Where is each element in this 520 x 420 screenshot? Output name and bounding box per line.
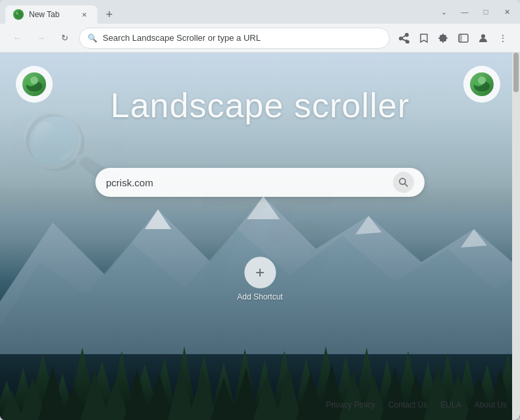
url-text: Search Landscape Scroller or type a URL — [103, 33, 381, 43]
extension-icon[interactable] — [434, 29, 453, 47]
about-us-link[interactable]: About Us — [475, 400, 507, 409]
share-icon[interactable] — [395, 29, 413, 47]
tab-area: New Tab ✕ + — [5, 0, 433, 24]
svg-point-2 — [16, 12, 18, 14]
active-tab[interactable]: New Tab ✕ — [5, 5, 97, 24]
tab-title: New Tab — [29, 10, 74, 19]
add-shortcut-button[interactable]: + Add Shortcut — [237, 257, 282, 302]
chevron-button[interactable]: ⌄ — [436, 4, 452, 20]
privacy-policy-link[interactable]: Privacy Policy — [326, 400, 375, 409]
close-button[interactable]: ✕ — [499, 4, 515, 20]
minimize-button[interactable]: — — [457, 4, 473, 20]
footer-links: Privacy Policy Contact Us EULA About Us — [326, 400, 507, 409]
search-submit-button[interactable] — [393, 172, 414, 193]
browser-window: New Tab ✕ + ⌄ — □ ✕ ← → ↻ 🔍 Search Lands… — [0, 0, 520, 420]
add-shortcut-label: Add Shortcut — [237, 292, 282, 302]
toolbar-icons: ⋮ — [395, 29, 512, 47]
add-shortcut-circle: + — [244, 257, 276, 288]
back-button[interactable]: ← — [8, 29, 26, 47]
scrollbar[interactable] — [512, 53, 520, 420]
search-input[interactable] — [106, 177, 388, 188]
tab-favicon — [13, 9, 24, 20]
page-title: Landscape scroller — [0, 86, 520, 125]
title-bar: New Tab ✕ + ⌄ — □ ✕ — [0, 0, 520, 24]
tab-close-button[interactable]: ✕ — [79, 9, 90, 20]
profile-icon[interactable] — [474, 29, 492, 47]
new-tab-button[interactable]: + — [100, 5, 118, 24]
page-content: 75 🔍 — [0, 53, 520, 420]
forward-button[interactable]: → — [32, 29, 50, 47]
search-container — [95, 168, 425, 197]
bookmark-icon[interactable] — [415, 29, 433, 47]
url-bar[interactable]: 🔍 Search Landscape Scroller or type a UR… — [79, 28, 390, 49]
search-icon: 🔍 — [88, 34, 97, 43]
scrollbar-thumb[interactable] — [513, 53, 519, 92]
svg-line-72 — [405, 184, 407, 186]
sidebar-toggle-icon[interactable] — [454, 29, 473, 47]
svg-point-5 — [481, 34, 485, 38]
reload-button[interactable]: ↻ — [55, 29, 74, 47]
more-options-icon[interactable]: ⋮ — [494, 29, 512, 47]
address-bar: ← → ↻ 🔍 Search Landscape Scroller or typ… — [0, 24, 520, 53]
maximize-button[interactable]: □ — [478, 4, 494, 20]
search-box — [95, 168, 425, 197]
window-controls: ⌄ — □ ✕ — [436, 4, 515, 20]
eula-link[interactable]: EULA — [440, 400, 461, 409]
contact-us-link[interactable]: Contact Us — [388, 400, 427, 409]
svg-point-70 — [478, 76, 486, 84]
svg-rect-4 — [459, 34, 462, 42]
svg-point-66 — [30, 76, 38, 84]
